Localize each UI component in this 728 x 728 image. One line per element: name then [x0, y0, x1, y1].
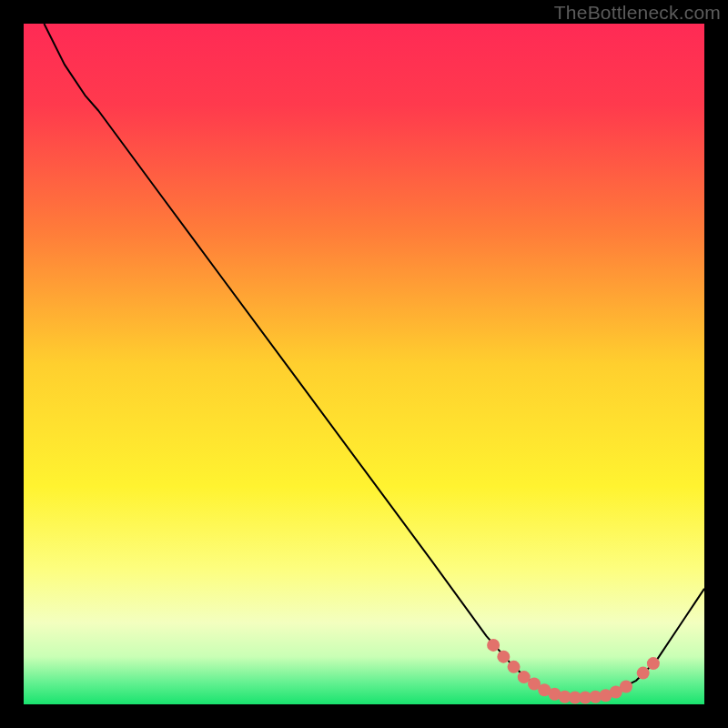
chart-stage: TheBottleneck.com	[0, 0, 728, 728]
watermark-label: TheBottleneck.com	[554, 2, 721, 24]
marker-point	[637, 667, 650, 680]
marker-point	[620, 681, 632, 693]
marker-point	[508, 661, 521, 673]
marker-point	[487, 639, 500, 652]
chart-svg	[0, 0, 728, 728]
chart-background	[24, 24, 704, 704]
marker-point	[647, 657, 660, 670]
marker-point	[497, 651, 510, 663]
